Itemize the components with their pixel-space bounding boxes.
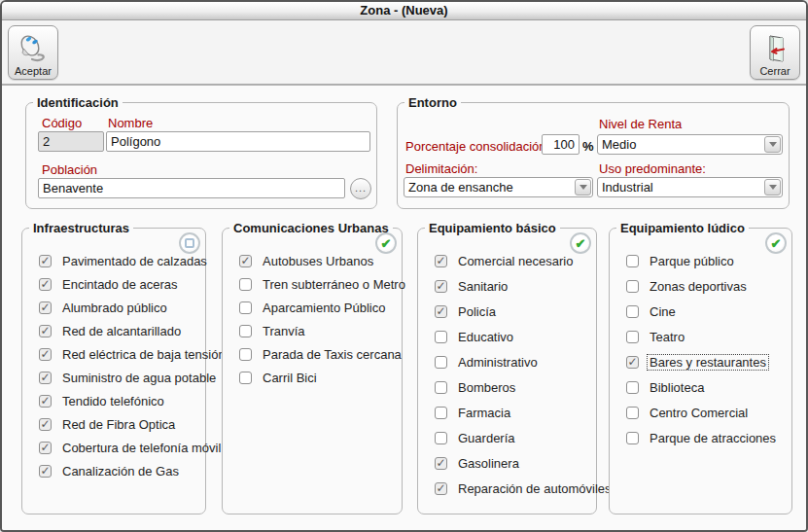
checkbox-checked[interactable]: ✓ xyxy=(39,442,52,454)
checkbox-label: Biblioteca xyxy=(647,379,707,396)
checkbox-unchecked[interactable] xyxy=(626,381,639,394)
checkbox-item[interactable]: ✓Policía xyxy=(435,304,592,318)
checkbox-label: Comercial necesario xyxy=(455,253,577,269)
checkbox-unchecked[interactable] xyxy=(435,381,447,394)
checkbox-item[interactable]: ✓Alumbrado público xyxy=(39,301,201,314)
checkbox-checked[interactable]: ✓ xyxy=(39,372,52,384)
group-identificacion-title: Identificación xyxy=(33,95,123,110)
uso-predominante-dropdown-button[interactable] xyxy=(764,179,781,195)
checkbox-item[interactable]: Bomberos xyxy=(435,380,592,394)
checkbox-label: Administrativo xyxy=(455,354,541,371)
checkbox-item[interactable]: ✓Comercial necesario xyxy=(435,254,592,267)
checkbox-item[interactable]: Biblioteca xyxy=(626,380,788,394)
checkbox-item[interactable]: Tranvía xyxy=(239,324,398,337)
checkbox-item[interactable]: ✓Bares y restaurantes xyxy=(626,355,788,369)
checkbox-item[interactable]: ✓Gasolinera xyxy=(435,456,592,470)
checkbox-checked[interactable]: ✓ xyxy=(39,301,52,314)
delimitacion-dropdown[interactable]: Zona de ensanche xyxy=(404,177,593,197)
checkbox-checked[interactable]: ✓ xyxy=(39,325,52,337)
checkbox-list: Parque públicoZonas deportivasCineTeatro… xyxy=(626,254,788,444)
exit-door-icon xyxy=(760,33,790,64)
checkbox-item[interactable]: Zonas deportivas xyxy=(626,279,788,293)
checkbox-item[interactable]: Aparcamiento Público xyxy=(239,301,398,314)
checkbox-unchecked[interactable] xyxy=(626,305,639,318)
checkbox-unchecked[interactable] xyxy=(239,348,252,361)
checkbox-checked[interactable]: ✓ xyxy=(626,356,639,369)
checkbox-checked[interactable]: ✓ xyxy=(39,418,52,431)
checkbox-checked[interactable]: ✓ xyxy=(435,280,447,293)
checkbox-label: Educativo xyxy=(455,329,516,345)
checkbox-item[interactable]: ✓Cobertura de telefonía móvil xyxy=(39,441,201,454)
checkbox-label: Autobuses Urbanos xyxy=(260,253,376,269)
poblacion-label: Población xyxy=(42,162,97,177)
checkbox-checked[interactable]: ✓ xyxy=(435,305,447,318)
checkbox-item[interactable]: ✓Red de alcantarillado xyxy=(39,324,201,337)
checkbox-unchecked[interactable] xyxy=(435,331,447,343)
mouse-icon xyxy=(18,33,48,64)
checkbox-item[interactable]: Parada de Taxis cercana xyxy=(239,347,398,361)
checkbox-unchecked[interactable] xyxy=(239,372,252,384)
checkbox-list: ✓Pavimentado de calzadas✓Encintado de ac… xyxy=(39,254,201,478)
checkbox-checked[interactable]: ✓ xyxy=(435,457,447,470)
checkbox-item[interactable]: Administrativo xyxy=(435,355,592,369)
checkbox-unchecked[interactable] xyxy=(435,432,447,444)
checkbox-item[interactable]: Educativo xyxy=(435,330,592,343)
checkbox-unchecked[interactable] xyxy=(626,280,639,293)
checkbox-checked[interactable]: ✓ xyxy=(39,278,52,291)
nombre-field[interactable]: Polígono xyxy=(106,131,370,152)
checkbox-checked[interactable]: ✓ xyxy=(39,395,52,408)
checkbox-item[interactable]: Carril Bici xyxy=(239,371,398,384)
nivel-renta-dropdown-button[interactable] xyxy=(764,136,781,153)
checkbox-list: ✓Autobuses UrbanosTren subterráneo o Met… xyxy=(239,254,398,384)
checkbox-checked[interactable]: ✓ xyxy=(39,348,52,361)
porcentaje-field[interactable]: 100 xyxy=(542,134,580,155)
checkbox-item[interactable]: Tren subterráneo o Metro xyxy=(239,277,398,291)
uso-predominante-dropdown[interactable]: Industrial xyxy=(597,177,783,197)
checkbox-unchecked[interactable] xyxy=(435,356,447,369)
porcentaje-label: Porcentaje consolidación: xyxy=(405,139,549,154)
checkbox-checked[interactable]: ✓ xyxy=(39,465,52,478)
checkbox-checked[interactable]: ✓ xyxy=(435,482,447,495)
checkbox-item[interactable]: Guardería xyxy=(435,431,592,444)
checkbox-unchecked[interactable] xyxy=(435,407,447,419)
nivel-renta-value: Medio xyxy=(598,137,764,152)
checkbox-unchecked[interactable] xyxy=(626,432,639,444)
checkbox-unchecked[interactable] xyxy=(239,301,252,314)
checkbox-item[interactable]: ✓Red de Fibra Optica xyxy=(39,417,201,431)
checkbox-item[interactable]: Farmacia xyxy=(435,406,592,419)
delimitacion-dropdown-button[interactable] xyxy=(575,179,591,195)
checkbox-item[interactable]: ✓Tendido telefónico xyxy=(39,394,201,408)
checkbox-unchecked[interactable] xyxy=(626,255,639,267)
checkbox-label: Tranvía xyxy=(260,323,308,339)
checkbox-item[interactable]: Parque público xyxy=(626,254,788,267)
checkbox-item[interactable]: Teatro xyxy=(626,330,788,343)
checkbox-unchecked[interactable] xyxy=(239,278,252,291)
checkbox-item[interactable]: ✓Pavimentado de calzadas xyxy=(39,254,201,267)
checkbox-unchecked[interactable] xyxy=(239,325,252,337)
poblacion-field[interactable]: Benavente xyxy=(38,178,345,198)
group-comunicaciones-urbanas: Comunicaciones Urbanas ✔ ✓Autobuses Urba… xyxy=(222,228,403,514)
checkbox-item[interactable]: ✓Suministro de agua potable xyxy=(39,371,201,384)
checkbox-checked[interactable]: ✓ xyxy=(39,255,52,267)
checkbox-item[interactable]: Parque de atracciones xyxy=(626,431,788,444)
checkbox-unchecked[interactable] xyxy=(626,331,639,343)
checkbox-unchecked[interactable] xyxy=(626,407,639,419)
checkbox-item[interactable]: ✓Autobuses Urbanos xyxy=(239,254,398,267)
checkbox-item[interactable]: ✓Sanitario xyxy=(435,279,592,293)
close-button[interactable]: Cerrar xyxy=(750,25,800,80)
group-infraestructuras: Infraestructuras ✓Pavimentado de calzada… xyxy=(21,228,206,514)
checkbox-checked[interactable]: ✓ xyxy=(239,255,252,267)
checkbox-label: Cobertura de telefonía móvil xyxy=(59,440,224,456)
checkbox-label: Tendido telefónico xyxy=(59,393,167,409)
poblacion-browse-button[interactable]: ... xyxy=(350,178,371,199)
checkbox-item[interactable]: Centro Comercial xyxy=(626,406,788,419)
checkbox-item[interactable]: ✓Encintado de aceras xyxy=(39,277,201,291)
checkbox-item[interactable]: ✓Red eléctrica de baja tensión xyxy=(39,347,201,361)
checkbox-item[interactable]: Cine xyxy=(626,304,788,318)
checkbox-item[interactable]: ✓Reparación de automóviles xyxy=(435,481,592,495)
accept-button[interactable]: Aceptar xyxy=(8,25,58,80)
checkbox-checked[interactable]: ✓ xyxy=(435,255,447,267)
checkbox-label: Canalización de Gas xyxy=(59,463,182,479)
checkbox-item[interactable]: ✓Canalización de Gas xyxy=(39,464,201,478)
nivel-renta-dropdown[interactable]: Medio xyxy=(597,134,783,155)
